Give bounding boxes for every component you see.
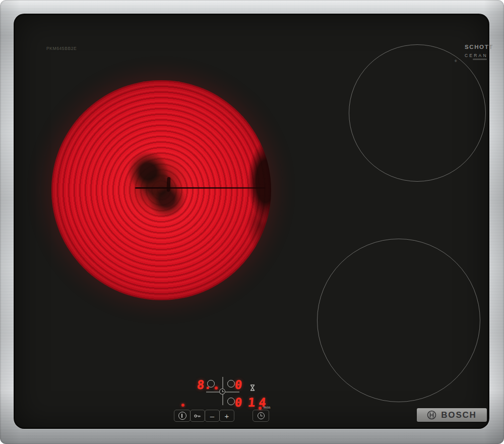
timer-button[interactable] [253,410,269,422]
schott-subtext-bar [473,59,487,60]
heating-zone-left-active [51,80,271,300]
left-zone-indicator-icon [207,380,215,387]
increase-button[interactable]: + [219,410,234,422]
heating-zone-bottom-right [317,239,480,402]
left-zone-heat-dot [215,386,218,390]
schott-line2: CERAN [465,53,488,58]
standby-power-icon [178,412,186,420]
schott-line1: SCHOTT [465,44,488,50]
top-right-zone-indicator-icon [227,380,235,387]
power-button[interactable] [174,410,191,422]
decrease-button[interactable]: – [205,410,220,422]
bottom-right-zone-power-display: 0 [234,396,243,410]
plus-label: + [225,412,229,420]
touch-control-strip: – + [174,410,234,422]
power-indicator-dot [181,404,184,407]
bosch-wordmark: BOSCH [441,410,476,420]
top-right-zone-power-display: 0 [234,378,243,392]
timer-unit-label: min [264,405,271,410]
heating-zone-top-right [349,44,486,182]
heater-element-bar [135,187,266,189]
hourglass-icon [250,384,255,391]
bosch-logo-icon [427,410,436,420]
minus-label: – [210,412,214,420]
model-number-label: PKM645BB2E [46,46,77,51]
ceramic-glass-surface: PKM645BB2E SCHOTT CERAN® [15,15,488,427]
key-icon [194,414,201,418]
bosch-badge: BOSCH [417,408,487,422]
mini-clock-icon [219,388,225,395]
hob-steel-frame: PKM645BB2E SCHOTT CERAN® 8. 0 0 14 min [0,0,504,444]
heater-element-pin [167,177,171,192]
bottom-right-zone-indicator-icon [227,398,235,405]
clock-icon [258,412,265,419]
child-lock-button[interactable] [190,410,205,422]
